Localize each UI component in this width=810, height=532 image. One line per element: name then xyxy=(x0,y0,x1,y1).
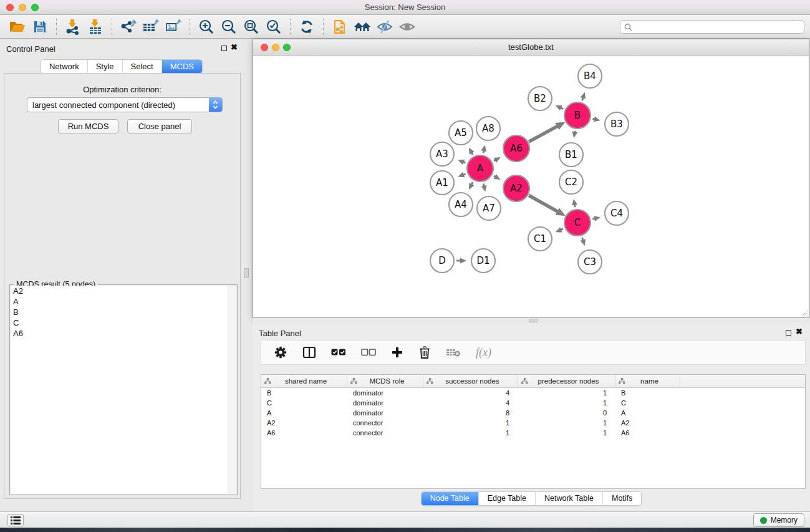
vertical-splitter[interactable] xyxy=(243,39,253,511)
tab-style[interactable]: Style xyxy=(87,60,122,73)
export-image-icon[interactable] xyxy=(162,17,185,36)
cell: 1 xyxy=(518,398,615,408)
delete-column-trash-icon[interactable] xyxy=(418,346,431,359)
table-row[interactable]: Cdominator41C xyxy=(261,398,805,408)
tab-edge-table[interactable]: Edge Table xyxy=(478,492,535,505)
new-network-from-file-icon[interactable] xyxy=(329,17,351,36)
desktop-background xyxy=(0,528,810,532)
home-icon[interactable] xyxy=(351,17,374,36)
tab-node-table[interactable]: Node Table xyxy=(422,492,478,505)
column-header-shared-name[interactable]: shared name xyxy=(261,375,347,387)
node-label-A6: A6 xyxy=(510,143,523,154)
minimize-window-button[interactable] xyxy=(19,4,26,11)
function-builder-icon[interactable]: f(x) xyxy=(476,346,491,359)
memory-button[interactable]: Memory xyxy=(753,513,804,527)
window-controls xyxy=(6,4,39,11)
close-panel-icon[interactable]: ✖ xyxy=(796,327,803,337)
gear-icon[interactable] xyxy=(274,346,287,359)
import-network-icon[interactable] xyxy=(62,17,84,36)
select-all-checked-icon[interactable] xyxy=(331,349,346,356)
import-table-icon[interactable] xyxy=(84,17,107,36)
delete-table-icon[interactable] xyxy=(446,347,461,357)
cell: C xyxy=(261,398,347,408)
float-panel-icon[interactable] xyxy=(221,46,227,51)
float-panel-icon[interactable] xyxy=(786,330,791,336)
splitter-handle[interactable] xyxy=(244,268,249,278)
horizontal-splitter[interactable] xyxy=(253,318,810,323)
search-field[interactable] xyxy=(620,20,804,34)
columns-icon[interactable] xyxy=(302,346,316,359)
cell: 1 xyxy=(518,388,615,398)
network-window-titlebar[interactable]: testGlobe.txt xyxy=(253,39,809,56)
mcds-result-item[interactable]: A6 xyxy=(11,328,228,339)
save-session-icon[interactable] xyxy=(29,17,51,36)
table-row[interactable]: A2connector11A2 xyxy=(261,418,805,428)
column-header-MCDS-role[interactable]: MCDS role xyxy=(347,375,423,387)
table-row[interactable]: A6connector11A6 xyxy=(261,428,805,438)
zoom-out-icon[interactable] xyxy=(218,17,240,36)
task-history-button[interactable] xyxy=(7,514,24,526)
tab-network-table[interactable]: Network Table xyxy=(535,492,602,505)
arrowhead xyxy=(581,92,586,99)
optimization-criterion-select[interactable]: largest connected component (directed) xyxy=(27,97,223,112)
tab-motifs[interactable]: Motifs xyxy=(602,492,641,505)
mcds-result-item[interactable]: A2 xyxy=(11,286,228,296)
node-label-A2: A2 xyxy=(510,183,523,194)
export-network-icon[interactable] xyxy=(117,17,140,36)
resize-grip-icon[interactable] xyxy=(800,309,808,317)
column-type-icon xyxy=(427,378,433,384)
close-panel-icon[interactable]: ✖ xyxy=(231,42,238,52)
zoom-fit-icon[interactable] xyxy=(240,17,263,36)
cell: A2 xyxy=(261,418,347,428)
zoom-window-button[interactable] xyxy=(31,4,39,11)
tab-select[interactable]: Select xyxy=(122,60,162,73)
network-canvas[interactable]: B4B2BB3A8A5A6A3B1AA1C2A2A4A7C4CC1DD1C3 xyxy=(253,56,809,317)
select-none-unchecked-icon[interactable] xyxy=(361,349,376,356)
splitter-handle[interactable] xyxy=(529,319,538,322)
network-zoom-button[interactable] xyxy=(283,44,291,51)
arrowhead xyxy=(594,216,600,221)
edge-A2-C[interactable] xyxy=(529,195,558,211)
column-header-predecessor-nodes[interactable]: predecessor nodes xyxy=(518,375,615,387)
edge-A6-B[interactable] xyxy=(529,126,557,142)
cell: A6 xyxy=(261,428,347,438)
mcds-result-item[interactable]: C xyxy=(11,317,228,328)
main-toolbar xyxy=(0,15,810,39)
graph-svg[interactable]: B4B2BB3A8A5A6A3B1AA1C2A2A4A7C4CC1DD1C3 xyxy=(253,56,809,317)
node-label-B: B xyxy=(574,110,581,121)
add-column-icon[interactable] xyxy=(391,346,403,359)
close-panel-button[interactable]: Close panel xyxy=(127,119,192,133)
zoom-in-icon[interactable] xyxy=(195,17,218,36)
mcds-result-item[interactable]: A xyxy=(11,296,228,307)
network-close-button[interactable] xyxy=(261,44,268,51)
mcds-result-list[interactable]: A2ABCA6 xyxy=(11,286,228,494)
hide-selected-eye-icon[interactable] xyxy=(374,17,396,36)
table-row[interactable]: Bdominator41B xyxy=(261,388,805,398)
table-row[interactable]: Adominator80A xyxy=(261,408,805,418)
tab-network[interactable]: Network xyxy=(41,60,87,73)
search-input[interactable] xyxy=(635,22,800,31)
cell: 1 xyxy=(518,428,615,438)
open-session-icon[interactable] xyxy=(6,17,29,36)
arrowhead xyxy=(458,160,465,165)
result-scrollbar[interactable] xyxy=(228,286,236,494)
control-panel: Control Panel ✖ NetworkStyleSelectMCDS O… xyxy=(0,39,243,511)
node-table[interactable]: shared nameMCDS rolesuccessor nodesprede… xyxy=(261,374,806,489)
run-mcds-button[interactable]: Run MCDS xyxy=(58,119,118,133)
column-header-name[interactable]: name xyxy=(615,375,680,387)
column-header-successor-nodes[interactable]: successor nodes xyxy=(423,375,518,387)
node-label-C1: C1 xyxy=(534,233,546,244)
toolbar-separator xyxy=(290,19,291,35)
network-window-title: testGlobe.txt xyxy=(253,39,809,55)
show-eye-icon[interactable] xyxy=(396,17,418,36)
column-header-filler xyxy=(680,375,805,387)
node-label-A4: A4 xyxy=(455,199,467,210)
tab-mcds[interactable]: MCDS xyxy=(162,60,202,73)
control-panel-tabs: NetworkStyleSelectMCDS xyxy=(41,59,203,74)
refresh-icon[interactable] xyxy=(296,17,318,36)
export-table-icon[interactable] xyxy=(140,17,162,36)
zoom-selected-icon[interactable] xyxy=(263,17,285,36)
network-minimize-button[interactable] xyxy=(272,44,279,51)
mcds-result-item[interactable]: B xyxy=(11,307,228,317)
close-window-button[interactable] xyxy=(6,4,14,11)
